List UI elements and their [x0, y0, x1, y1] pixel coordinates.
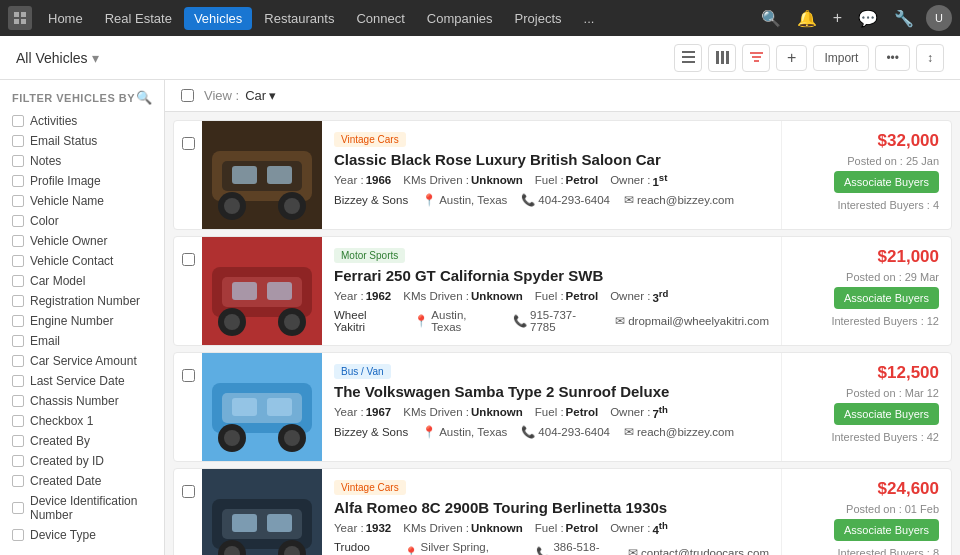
filter-item-email[interactable]: Email — [0, 331, 164, 351]
filter-item-car-service-amount[interactable]: Car Service Amount — [0, 351, 164, 371]
add-icon[interactable]: + — [829, 5, 846, 31]
card-select-checkbox[interactable] — [174, 469, 202, 555]
filter-checkbox[interactable] — [12, 175, 24, 187]
filter-item-last-service-date[interactable]: Last Service Date — [0, 371, 164, 391]
filter-item-email-status[interactable]: Email Status — [0, 131, 164, 151]
filter-checkbox[interactable] — [12, 355, 24, 367]
filter-checkbox[interactable] — [12, 275, 24, 287]
posted-date: Posted on : 25 Jan — [847, 155, 939, 167]
filter-checkbox[interactable] — [12, 315, 24, 327]
svg-rect-21 — [267, 166, 292, 184]
filter-item-vehicle-contact[interactable]: Vehicle Contact — [0, 251, 164, 271]
nav-real-estate[interactable]: Real Estate — [95, 7, 182, 30]
filter-checkbox[interactable] — [12, 395, 24, 407]
import-button[interactable]: Import — [813, 45, 869, 71]
vehicle-owner: Owner : 7th — [610, 404, 668, 420]
nav-restaurants[interactable]: Restaurants — [254, 7, 344, 30]
filter-label: Email — [30, 334, 60, 348]
svg-rect-30 — [267, 282, 292, 300]
vehicle-image — [202, 469, 322, 555]
filter-label: Car Service Amount — [30, 354, 137, 368]
tools-icon[interactable]: 🔧 — [890, 5, 918, 32]
add-button[interactable]: + — [776, 45, 807, 71]
filter-checkbox[interactable] — [12, 335, 24, 347]
filter-checkbox[interactable] — [12, 295, 24, 307]
posted-date: Posted on : 29 Mar — [846, 271, 939, 283]
vehicle-price: $21,000 — [878, 247, 939, 267]
filter-checkbox[interactable] — [12, 255, 24, 267]
svg-rect-38 — [232, 398, 257, 416]
filter-item-created-date[interactable]: Created Date — [0, 471, 164, 491]
search-icon[interactable]: 🔍 — [757, 5, 785, 32]
filter-checkbox[interactable] — [12, 435, 24, 447]
filter-item-vehicle-owner[interactable]: Vehicle Owner — [0, 231, 164, 251]
filter-label: Last Service Date — [30, 374, 125, 388]
interested-buyers: Interested Buyers : 8 — [838, 547, 940, 555]
list-view-btn[interactable] — [674, 44, 702, 72]
filter-checkbox[interactable] — [12, 215, 24, 227]
kanban-view-btn[interactable] — [708, 44, 736, 72]
filter-item-car-model[interactable]: Car Model — [0, 271, 164, 291]
filter-view-btn[interactable] — [742, 44, 770, 72]
filter-item-device-identification-number[interactable]: Device Identification Number — [0, 491, 164, 525]
sidebar-search-icon[interactable]: 🔍 — [136, 90, 153, 105]
filter-item-profile-image[interactable]: Profile Image — [0, 171, 164, 191]
vehicle-km: KMs Driven : Unknown — [403, 290, 523, 302]
card-price-area: $24,600 Posted on : 01 Feb Associate Buy… — [781, 469, 951, 555]
associate-buyers-button[interactable]: Associate Buyers — [834, 519, 939, 541]
nav-connect[interactable]: Connect — [346, 7, 414, 30]
filter-label: Created by ID — [30, 454, 104, 468]
filter-checkbox[interactable] — [12, 475, 24, 487]
filter-label: Vehicle Name — [30, 194, 104, 208]
avatar[interactable]: U — [926, 5, 952, 31]
filter-item-vehicle-name[interactable]: Vehicle Name — [0, 191, 164, 211]
svg-point-17 — [224, 198, 240, 214]
svg-rect-39 — [267, 398, 292, 416]
nav-home[interactable]: Home — [38, 7, 93, 30]
filter-checkbox[interactable] — [12, 455, 24, 467]
filter-checkbox[interactable] — [12, 195, 24, 207]
view-select[interactable]: Car ▾ — [245, 88, 276, 103]
posted-date: Posted on : Mar 12 — [846, 387, 939, 399]
filter-checkbox[interactable] — [12, 375, 24, 387]
filter-checkbox[interactable] — [12, 415, 24, 427]
nav-projects[interactable]: Projects — [505, 7, 572, 30]
nav-more[interactable]: ... — [574, 7, 605, 30]
card-select-checkbox[interactable] — [174, 237, 202, 345]
svg-rect-4 — [682, 51, 695, 53]
filter-item-chassis-number[interactable]: Chassis Number — [0, 391, 164, 411]
all-vehicles-title[interactable]: All Vehicles ▾ — [16, 50, 99, 66]
filter-item-checkbox-1[interactable]: Checkbox 1 — [0, 411, 164, 431]
filter-item-engine-number[interactable]: Engine Number — [0, 311, 164, 331]
filter-checkbox[interactable] — [12, 155, 24, 167]
filter-item-activities[interactable]: Activities — [0, 111, 164, 131]
associate-buyers-button[interactable]: Associate Buyers — [834, 403, 939, 425]
select-all-checkbox[interactable] — [181, 89, 194, 102]
associate-buyers-button[interactable]: Associate Buyers — [834, 287, 939, 309]
svg-point-35 — [224, 430, 240, 446]
associate-buyers-button[interactable]: Associate Buyers — [834, 171, 939, 193]
vehicle-owner: Owner : 1st — [610, 172, 667, 188]
card-select-checkbox[interactable] — [174, 121, 202, 229]
filter-checkbox[interactable] — [12, 502, 24, 514]
filter-item-device-type[interactable]: Device Type — [0, 525, 164, 545]
filter-checkbox[interactable] — [12, 135, 24, 147]
svg-rect-47 — [232, 514, 257, 532]
filter-checkbox[interactable] — [12, 529, 24, 541]
filter-checkbox[interactable] — [12, 235, 24, 247]
filter-item-created-by-id[interactable]: Created by ID — [0, 451, 164, 471]
filter-label: Profile Image — [30, 174, 101, 188]
nav-companies[interactable]: Companies — [417, 7, 503, 30]
filter-checkbox[interactable] — [12, 115, 24, 127]
filter-item-notes[interactable]: Notes — [0, 151, 164, 171]
filter-item-color[interactable]: Color — [0, 211, 164, 231]
nav-vehicles[interactable]: Vehicles — [184, 7, 252, 30]
filter-item-registration-number[interactable]: Registration Number — [0, 291, 164, 311]
chat-icon[interactable]: 💬 — [854, 5, 882, 32]
more-options-button[interactable]: ••• — [875, 45, 910, 71]
filter-item-created-by[interactable]: Created By — [0, 431, 164, 451]
bell-icon[interactable]: 🔔 — [793, 5, 821, 32]
email: ✉ dropmail@wheelyakitri.com — [615, 314, 769, 328]
card-select-checkbox[interactable] — [174, 353, 202, 461]
sort-icon[interactable]: ↕ — [916, 44, 944, 72]
